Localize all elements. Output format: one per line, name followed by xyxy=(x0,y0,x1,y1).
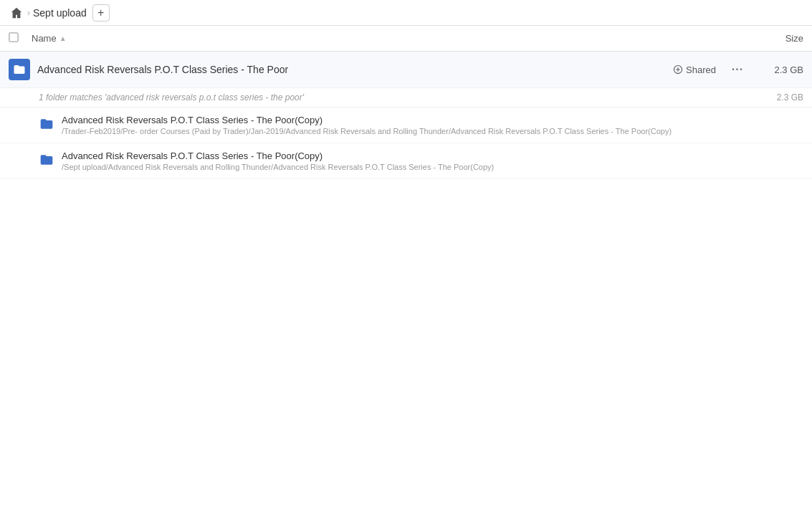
match-info-size: 2.3 GB xyxy=(753,92,803,102)
folder-name: Advanced Risk Reversals P.O.T Class Seri… xyxy=(62,150,494,161)
select-all-checkbox[interactable] xyxy=(9,32,23,44)
breadcrumb-bar: › Sept upload + xyxy=(0,0,812,26)
folder-info: Advanced Risk Reversals P.O.T Class Seri… xyxy=(62,150,494,171)
sub-folder-row[interactable]: Advanced Risk Reversals P.O.T Class Seri… xyxy=(0,108,812,143)
sort-icon: ▲ xyxy=(59,34,67,42)
home-icon[interactable] xyxy=(9,5,24,21)
breadcrumb-separator: › xyxy=(27,8,30,18)
size-column-header: Size xyxy=(746,33,803,44)
folder-icon xyxy=(39,152,54,168)
more-options-button[interactable]: ··· xyxy=(727,59,747,80)
add-button[interactable]: + xyxy=(92,4,110,22)
folder-name: Advanced Risk Reversals P.O.T Class Seri… xyxy=(62,115,672,125)
result-folder-name: Advanced Risk Reversals P.O.T Class Seri… xyxy=(37,64,673,75)
sub-folders-list: Advanced Risk Reversals P.O.T Class Seri… xyxy=(0,108,812,179)
match-info-row: 1 folder matches 'advanced risk reversal… xyxy=(0,88,812,108)
match-info-text: 1 folder matches 'advanced risk reversal… xyxy=(39,92,753,102)
folder-icon xyxy=(39,116,54,132)
breadcrumb-title: Sept upload xyxy=(33,7,87,19)
svg-rect-0 xyxy=(9,33,18,42)
result-size: 2.3 GB xyxy=(753,64,803,75)
folder-path: /Sept upload/Advanced Risk Reversals and… xyxy=(62,163,494,171)
name-column-header[interactable]: Name ▲ xyxy=(32,33,746,44)
result-folder-icon xyxy=(9,59,30,80)
folder-info: Advanced Risk Reversals P.O.T Class Seri… xyxy=(62,115,672,135)
column-header-row: Name ▲ Size xyxy=(0,26,812,52)
shared-badge: Shared xyxy=(673,64,716,75)
main-result-row[interactable]: Advanced Risk Reversals P.O.T Class Seri… xyxy=(0,52,812,88)
folder-path: /Trader-Feb2019/Pre- order Courses (Paid… xyxy=(62,127,672,135)
sub-folder-row[interactable]: Advanced Risk Reversals P.O.T Class Seri… xyxy=(0,143,812,179)
